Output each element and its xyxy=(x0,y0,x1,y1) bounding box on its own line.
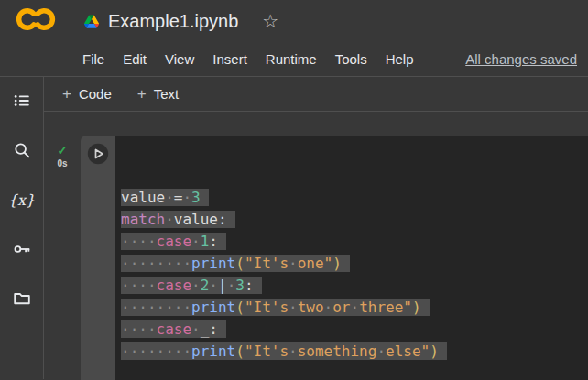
code-token: · xyxy=(289,342,298,360)
code-line[interactable]: ········print("It's·one") xyxy=(121,253,588,275)
code-token: · xyxy=(191,320,201,338)
notebook-title[interactable]: Example1.ipynb xyxy=(108,11,238,32)
code-token: : xyxy=(209,320,218,338)
selection-highlight: value·=·3 xyxy=(121,189,209,206)
code-line[interactable]: value·=·3 xyxy=(121,187,588,209)
selection-highlight: ····case·1: xyxy=(121,233,226,250)
selection-highlight: match·value: xyxy=(121,211,235,228)
code-token: : xyxy=(209,233,218,250)
selection-highlight: ····case·_: xyxy=(121,320,226,338)
google-drive-icon xyxy=(84,15,99,28)
code-token: 2 xyxy=(201,277,210,294)
code-line[interactable]: ········print("It's·something·else") xyxy=(121,341,588,363)
code-token: case xyxy=(157,320,192,338)
code-token: one" xyxy=(298,255,333,272)
code-token: print xyxy=(191,299,235,316)
code-editor[interactable]: value·=·3match·value:····case·1:········… xyxy=(115,136,588,380)
titlebar: Example1.ipynb ☆ xyxy=(0,0,588,42)
code-token: · xyxy=(289,255,298,272)
menu-item-help[interactable]: Help xyxy=(376,51,423,67)
plus-icon: + xyxy=(137,86,147,102)
menubar-items: FileEditViewInsertRuntimeToolsHelp xyxy=(73,51,423,67)
code-token: print xyxy=(191,342,235,360)
cell-toolbar: + Code + Text xyxy=(44,77,588,112)
code-token: · xyxy=(182,189,191,206)
code-lines: value·=·3match·value:····case·1:········… xyxy=(121,187,588,363)
menu-item-file[interactable]: File xyxy=(73,51,114,67)
code-token: "It's xyxy=(245,255,289,272)
menu-item-runtime[interactable]: Runtime xyxy=(256,51,326,67)
code-token: = xyxy=(174,189,183,206)
add-code-button[interactable]: + Code xyxy=(62,86,112,102)
execution-time: 0s xyxy=(57,158,67,168)
code-token: : xyxy=(245,277,254,294)
star-icon[interactable]: ☆ xyxy=(262,10,278,32)
code-token: ········ xyxy=(121,342,191,360)
selection-highlight: ····case·2·|·3: xyxy=(121,277,262,294)
code-token: "It's xyxy=(245,342,289,360)
code-token: _ xyxy=(201,320,210,338)
code-line[interactable]: ····case·2·|·3: xyxy=(121,275,588,297)
code-token: · xyxy=(227,277,236,294)
code-token: match xyxy=(121,211,165,228)
code-token: print xyxy=(191,255,235,272)
code-token: ) xyxy=(412,299,421,316)
code-token: ········ xyxy=(121,255,191,272)
code-token: else" xyxy=(386,342,430,360)
variables-icon[interactable]: {x} xyxy=(11,189,33,211)
code-line[interactable]: ········print("It's·two·or·three") xyxy=(121,297,588,319)
code-token: ···· xyxy=(121,277,157,294)
code-token: ( xyxy=(235,255,245,272)
menubar: FileEditViewInsertRuntimeToolsHelp All c… xyxy=(0,42,588,77)
code-token: "It's xyxy=(245,299,289,316)
code-line[interactable]: ····case·_: xyxy=(121,319,588,341)
code-token: : xyxy=(218,211,227,228)
code-line[interactable]: match·value: xyxy=(121,209,588,231)
menu-item-view[interactable]: View xyxy=(156,51,203,67)
code-token: ) xyxy=(332,255,342,272)
code-token: ( xyxy=(235,299,245,316)
success-check-icon: ✓ xyxy=(58,145,68,157)
code-token: ···· xyxy=(121,233,157,250)
code-token: · xyxy=(289,299,298,316)
sidebar: {x} xyxy=(0,77,44,379)
code-token: · xyxy=(351,299,360,316)
selection-highlight: ········print("It's·two·or·three") xyxy=(121,299,430,316)
menu-item-insert[interactable]: Insert xyxy=(203,51,256,67)
cell-gutter xyxy=(81,136,115,380)
search-icon[interactable] xyxy=(11,139,33,161)
code-cell: ✓ 0s value· xyxy=(44,136,588,380)
colab-logo[interactable] xyxy=(15,6,57,36)
selection-highlight: ········print("It's·something·else") xyxy=(121,342,447,360)
add-code-label: Code xyxy=(79,86,112,102)
autosave-status[interactable]: All changes saved xyxy=(465,51,577,67)
add-text-label: Text xyxy=(154,86,180,102)
code-token: · xyxy=(191,233,201,250)
code-token: ···· xyxy=(121,320,157,338)
code-token: · xyxy=(165,189,174,206)
code-token: value xyxy=(174,211,218,228)
code-token: · xyxy=(165,211,174,228)
code-token: value xyxy=(121,189,165,206)
code-token: · xyxy=(209,277,218,294)
secrets-key-icon[interactable] xyxy=(11,238,33,260)
selection-highlight: ········print("It's·one") xyxy=(121,255,350,272)
files-folder-icon[interactable] xyxy=(11,288,33,309)
add-text-button[interactable]: + Text xyxy=(137,86,179,102)
menu-item-tools[interactable]: Tools xyxy=(326,51,376,67)
code-token: ········ xyxy=(121,299,191,316)
run-cell-button[interactable] xyxy=(87,143,109,165)
code-token: ) xyxy=(430,342,439,360)
code-line[interactable]: ····case·1: xyxy=(121,231,588,253)
code-token: · xyxy=(324,299,333,316)
colab-app: Example1.ipynb ☆ FileEditViewInsertRunti… xyxy=(0,0,588,380)
execution-info: ✓ 0s xyxy=(44,136,81,380)
menu-item-edit[interactable]: Edit xyxy=(114,51,156,67)
code-token: ( xyxy=(235,342,245,360)
table-of-contents-icon[interactable] xyxy=(11,90,33,112)
code-token: 3 xyxy=(191,189,201,206)
code-token: | xyxy=(218,277,227,294)
code-token: · xyxy=(376,342,386,360)
code-token: 3 xyxy=(235,277,245,294)
code-token: 1 xyxy=(201,233,210,250)
